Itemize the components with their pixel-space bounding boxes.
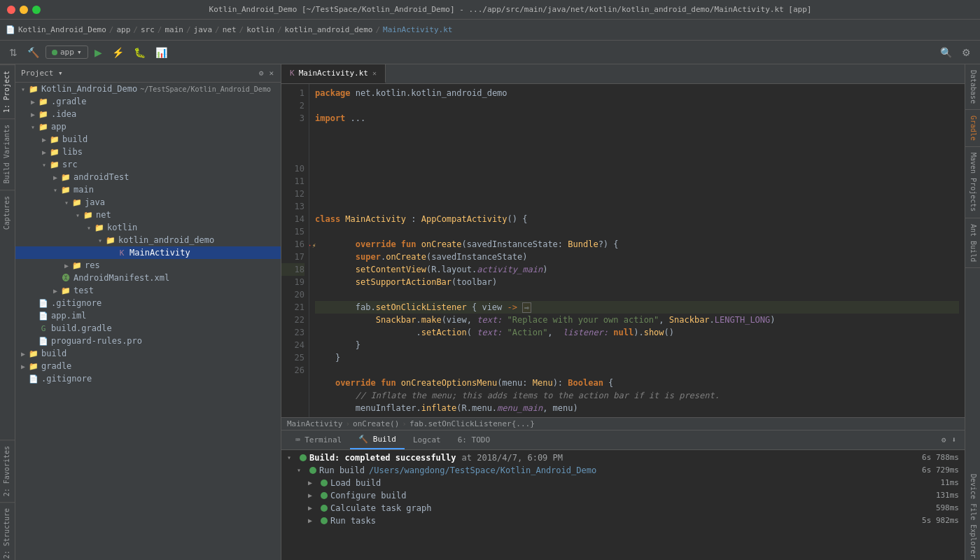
search-everywhere-button[interactable]: 🔍 (937, 45, 955, 60)
panel-header: Project ▾ ⚙ ✕ (15, 64, 281, 83)
tab-close-button[interactable]: ✕ (372, 69, 377, 77)
nav-item-app[interactable]: app (116, 25, 130, 34)
tree-label: test (74, 286, 94, 295)
breadcrumb-item[interactable]: MainActivity (287, 419, 342, 428)
nav-item-main[interactable]: main (164, 25, 183, 34)
tree-item-src[interactable]: ▾ 📁 src (15, 158, 281, 171)
folder-icon: 📁 (105, 234, 116, 246)
tree-item-main[interactable]: ▾ 📁 main (15, 183, 281, 196)
profile-button[interactable]: 📊 (152, 45, 171, 60)
tree-label: build (62, 134, 88, 144)
bottom-tab-bar: ⌨ Terminal 🔨 Build Logcat 6: TODO ⚙ ⬇ (281, 430, 965, 450)
sidebar-item-captures[interactable]: Captures (0, 190, 15, 235)
debug-run-button[interactable]: ⚡ (108, 45, 127, 60)
sidebar-item-structure[interactable]: 2: Structure (0, 502, 15, 560)
logcat-tab[interactable]: Logcat (405, 430, 449, 449)
build-status-row[interactable]: ▾ Build: completed successfully at 2018/… (281, 451, 965, 464)
tree-item-build-app[interactable]: ▶ 📁 build (15, 133, 281, 146)
build-run-tasks-row[interactable]: ▶ Run tasks 5s 982ms (281, 514, 965, 527)
file-tree: ▾ 📁 Kotlin_Android_Demo ~/TestSpace/Kotl… (15, 83, 281, 560)
maximize-button[interactable] (32, 6, 41, 14)
tree-arrow: ▾ (297, 466, 307, 474)
code-line (315, 188, 959, 200)
tab-icon: K (290, 69, 295, 78)
run-config-label: app (60, 48, 74, 57)
nav-item-net[interactable]: net (223, 25, 237, 34)
minimize-button[interactable] (20, 6, 28, 14)
tab-mainactivity[interactable]: K MainActivity.kt ✕ (281, 64, 386, 83)
tree-item-build-gradle[interactable]: G build.gradle (15, 322, 281, 335)
right-panel-gradle[interactable]: Gradle (965, 110, 980, 147)
folder-icon: 📁 (94, 222, 105, 233)
tree-item-kotlin[interactable]: ▾ 📁 kotlin (15, 221, 281, 234)
build-button[interactable]: 🔨 (24, 45, 43, 60)
tree-arrow: ▶ (62, 262, 71, 270)
tree-label: Kotlin_Android_Demo (41, 84, 137, 94)
code-content[interactable]: package net.kotlin.kotlin_android_demo i… (309, 84, 965, 417)
build-configure-row[interactable]: ▶ Configure build 131ms (281, 489, 965, 502)
nav-item-kotlin-demo[interactable]: kotlin_android_demo (285, 25, 373, 34)
close-button[interactable] (7, 6, 15, 14)
code-line: package net.kotlin.kotlin_android_demo (315, 87, 959, 99)
code-line: super.onCreate(savedInstanceState) (315, 251, 959, 263)
tree-label: libs (62, 147, 83, 157)
tree-item-mainactivity[interactable]: K MainActivity (15, 246, 281, 259)
build-path: /Users/wangdong/TestSpace/Kotlin_Android… (369, 465, 596, 475)
run-button[interactable]: ▶ (91, 45, 106, 60)
build-tab[interactable]: 🔨 Build (350, 430, 405, 449)
main-toolbar: ⇅ 🔨 app ▾ ▶ ⚡ 🐛 📊 🔍 ⚙ (0, 41, 980, 64)
nav-item-mainactivity[interactable]: MainActivity.kt (383, 25, 452, 34)
code-editor[interactable]: 1 2 3 10 11 12 13 14 15 16 17 18 19 20 2… (281, 84, 965, 417)
tree-item-libs[interactable]: ▶ 📁 libs (15, 146, 281, 158)
folder-icon: 📁 (71, 197, 83, 208)
tree-item-root[interactable]: ▾ 📁 Kotlin_Android_Demo ~/TestSpace/Kotl… (15, 83, 281, 95)
tree-label: proguard-rules.pro (51, 336, 142, 346)
right-panel-device-explorer[interactable]: Device File Explorer (965, 468, 980, 560)
tree-item-test[interactable]: ▶ 📁 test (15, 284, 281, 297)
tree-item-net[interactable]: ▾ 📁 net (15, 209, 281, 221)
panel-hide-button[interactable]: ✕ (267, 67, 275, 79)
sidebar-item-project[interactable]: 1: Project (0, 64, 15, 118)
debug-button[interactable]: 🐛 (130, 45, 149, 60)
sync-files-button[interactable]: ⇅ (6, 45, 21, 60)
run-config-selector[interactable]: app ▾ (46, 46, 88, 59)
sidebar-item-favorites[interactable]: 2: Favorites (0, 440, 15, 502)
tree-item-proguard[interactable]: 📄 proguard-rules.pro (15, 335, 281, 347)
sidebar-item-build-variants[interactable]: Build Variants (0, 118, 15, 189)
right-panel-ant[interactable]: Ant Build (965, 218, 980, 268)
todo-tab[interactable]: 6: TODO (449, 430, 498, 449)
build-status-icon (300, 454, 307, 461)
tree-label: build.gradle (51, 323, 112, 333)
nav-item-kotlin[interactable]: kotlin (246, 25, 274, 34)
build-load-build-row[interactable]: ▶ Load build 11ms (281, 477, 965, 489)
panel-settings-button[interactable]: ⚙ (258, 67, 265, 79)
breadcrumb-item[interactable]: fab.setOnClickListener{...} (410, 419, 535, 428)
tree-item-gradle[interactable]: ▶ 📁 .gradle (15, 95, 281, 108)
breadcrumb-item[interactable]: onCreate() (353, 419, 399, 428)
tree-arrow: ▶ (50, 287, 60, 295)
tree-item-app[interactable]: ▾ 📁 app (15, 120, 281, 133)
tree-item-androidtest[interactable]: ▶ 📁 androidTest (15, 171, 281, 183)
tree-item-manifest[interactable]: 🅧 AndroidManifest.xml (15, 272, 281, 284)
terminal-tab[interactable]: ⌨ Terminal (287, 430, 350, 449)
build-run-build-row[interactable]: ▾ Run build /Users/wangdong/TestSpace/Ko… (281, 464, 965, 477)
build-settings-button[interactable]: ⚙ (939, 434, 949, 446)
build-task-graph-row[interactable]: ▶ Calculate task graph 598ms (281, 502, 965, 514)
tree-item-gitignore-app[interactable]: 📄 .gitignore (15, 297, 281, 309)
nav-item-project[interactable]: Kotlin_Android_Demo (18, 25, 106, 34)
right-panel-maven[interactable]: Maven Projects (965, 147, 980, 218)
right-panel-database[interactable]: Database (965, 64, 980, 110)
tree-item-idea[interactable]: ▶ 📁 .idea (15, 108, 281, 120)
tree-item-gradle-root[interactable]: ▶ 📁 gradle (15, 360, 281, 372)
tree-item-app-iml[interactable]: 📄 app.iml (15, 309, 281, 322)
tree-item-java[interactable]: ▾ 📁 java (15, 196, 281, 209)
nav-item-java[interactable]: java (194, 25, 213, 34)
tree-item-kotlin-demo[interactable]: ▾ 📁 kotlin_android_demo (15, 234, 281, 246)
build-download-button[interactable]: ⬇ (948, 434, 959, 446)
tree-item-build-root[interactable]: ▶ 📁 build (15, 347, 281, 360)
build-run-tasks-time: 5s 982ms (922, 516, 959, 525)
tree-item-gitignore-root[interactable]: 📄 .gitignore (15, 372, 281, 385)
settings-button[interactable]: ⚙ (958, 45, 974, 60)
nav-item-src[interactable]: src (141, 25, 155, 34)
tree-item-res[interactable]: ▶ 📁 res (15, 259, 281, 272)
